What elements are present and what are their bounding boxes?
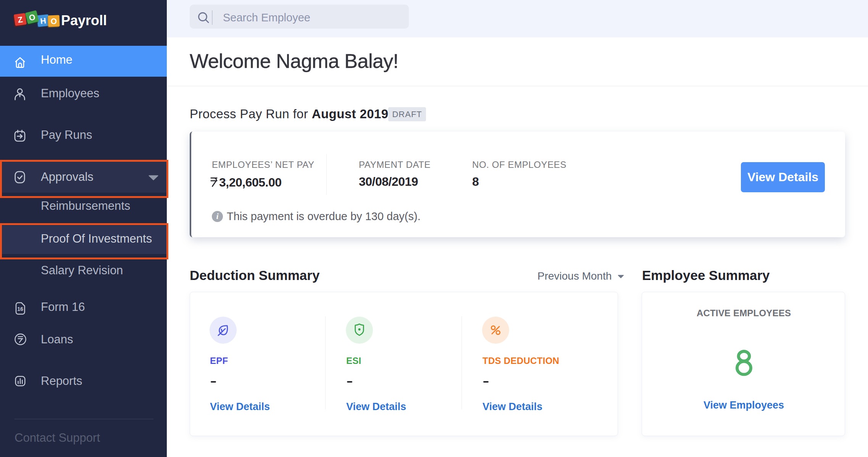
svg-text:16: 16 [17, 306, 23, 312]
